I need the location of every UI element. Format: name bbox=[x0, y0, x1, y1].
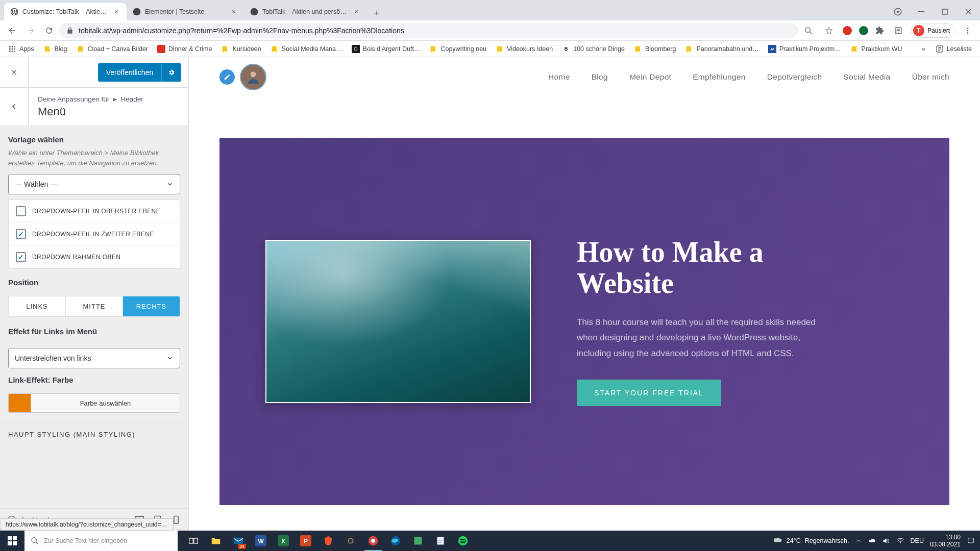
windows-taskbar: Zur Suche Text hier eingeben 24 W X P 24… bbox=[0, 531, 980, 551]
color-picker-button[interactable]: Farbe auswählen bbox=[8, 393, 180, 413]
browser-tab-active[interactable]: Customize: TobiTalk – Aktien un × bbox=[4, 3, 127, 20]
app-icon[interactable] bbox=[407, 531, 429, 551]
svg-text:D: D bbox=[354, 46, 357, 52]
brave-icon[interactable] bbox=[317, 531, 339, 551]
bookmark-item[interactable]: Cload + Canva Bilder bbox=[72, 43, 152, 55]
close-icon[interactable]: × bbox=[352, 8, 360, 16]
close-customizer-button[interactable]: × bbox=[0, 57, 29, 88]
back-button[interactable] bbox=[4, 22, 20, 39]
svg-rect-41 bbox=[189, 538, 193, 543]
bookmark-item[interactable]: Panoramabahn und… bbox=[681, 43, 763, 55]
tray-chevron-icon[interactable] bbox=[855, 538, 862, 544]
bookmark-item[interactable]: DBois d'Argent Duft… bbox=[348, 43, 425, 55]
address-bar[interactable]: tobitalk.at/wp-admin/customize.php?retur… bbox=[59, 23, 798, 38]
browser-tab[interactable]: Elementor | Testseite × bbox=[127, 3, 244, 20]
bookmark-star-icon[interactable] bbox=[821, 22, 837, 39]
file-explorer-icon[interactable] bbox=[205, 531, 227, 551]
nav-link[interactable]: Empfehlungen bbox=[693, 72, 746, 82]
template-select[interactable]: — Wählen — bbox=[8, 174, 180, 194]
reading-list-button[interactable]: Leseliste bbox=[932, 43, 976, 55]
bookmark-item[interactable]: Videokurs Ideen bbox=[492, 43, 557, 55]
nav-link[interactable]: Social Media bbox=[843, 72, 890, 82]
cta-button[interactable]: START YOUR FREE TRIAL bbox=[577, 380, 721, 406]
checkbox-second-arrow[interactable] bbox=[16, 229, 26, 239]
checkbox-label: DROPDOWN-PFEIL IN OBERSTER EBENE bbox=[32, 208, 160, 215]
tab-title: Customize: TobiTalk – Aktien un bbox=[22, 8, 108, 15]
profile-chip[interactable]: T Pausiert bbox=[911, 23, 955, 38]
notifications-icon[interactable] bbox=[967, 537, 975, 545]
bookmark-item[interactable]: Bloomberg bbox=[630, 43, 680, 55]
language-indicator[interactable]: DEU bbox=[911, 537, 924, 544]
checkbox-top-arrow[interactable] bbox=[16, 206, 26, 216]
svg-rect-36 bbox=[8, 536, 12, 540]
readlist-icon[interactable] bbox=[890, 22, 906, 39]
bookmark-item[interactable]: Kursideen bbox=[217, 43, 265, 55]
svg-rect-5 bbox=[918, 11, 924, 12]
close-window-button[interactable] bbox=[957, 3, 980, 20]
reload-button[interactable] bbox=[41, 22, 57, 39]
nav-link[interactable]: Über mich bbox=[912, 72, 949, 82]
new-tab-button[interactable]: + bbox=[370, 6, 384, 20]
nav-link[interactable]: Depotvergleich bbox=[767, 72, 822, 82]
checkbox-frame-top[interactable] bbox=[16, 252, 26, 262]
nav-link[interactable]: Blog bbox=[592, 72, 608, 82]
status-bar-tooltip: https://www.tobitalk.at/blog/?customize_… bbox=[0, 518, 174, 531]
site-logo-avatar[interactable] bbox=[240, 64, 266, 90]
wifi-icon[interactable] bbox=[896, 537, 904, 545]
position-center-button[interactable]: MITTE bbox=[66, 296, 123, 316]
bookmark-item[interactable]: JAPraktikum Projektm… bbox=[764, 43, 845, 55]
bookmark-item[interactable]: Copywriting neu bbox=[425, 43, 491, 55]
extension-icon[interactable] bbox=[857, 24, 870, 37]
gear-icon[interactable] bbox=[161, 64, 181, 81]
svg-point-1 bbox=[133, 8, 141, 16]
dropdown-options-list: DROPDOWN-PFEIL IN OBERSTER EBENE DROPDOW… bbox=[8, 199, 180, 269]
position-left-button[interactable]: LINKS bbox=[9, 296, 66, 316]
svg-text:JA: JA bbox=[770, 47, 775, 52]
back-section-button[interactable] bbox=[0, 88, 29, 126]
bookmark-item[interactable]: Praktikum WU bbox=[846, 43, 906, 55]
obs-icon[interactable] bbox=[340, 531, 361, 551]
weather-widget[interactable]: 24°C Regenwahrsch. bbox=[772, 536, 849, 546]
nav-link[interactable]: Home bbox=[548, 72, 570, 82]
position-right-button[interactable]: RECHTS bbox=[123, 296, 180, 316]
zoom-icon[interactable] bbox=[800, 22, 817, 39]
link-color-heading: Link-Effekt: Farbe bbox=[8, 375, 180, 384]
start-button[interactable] bbox=[0, 531, 24, 551]
word-icon[interactable]: W bbox=[250, 531, 272, 551]
close-icon[interactable]: × bbox=[230, 8, 238, 16]
svg-rect-20 bbox=[9, 51, 11, 52]
clock[interactable]: 13:00 03.08.2021 bbox=[930, 534, 961, 548]
link-effect-select[interactable]: Unterstreichen von links bbox=[8, 348, 180, 368]
forward-button[interactable] bbox=[22, 22, 39, 39]
edit-shortcut-icon[interactable] bbox=[219, 69, 235, 85]
volume-icon[interactable] bbox=[882, 537, 890, 545]
powerpoint-icon[interactable]: P bbox=[295, 531, 316, 551]
bookmarks-overflow[interactable]: » bbox=[918, 43, 929, 55]
taskbar-search[interactable]: Zur Suche Text hier eingeben bbox=[24, 531, 178, 551]
menu-kebab-icon[interactable] bbox=[960, 22, 976, 39]
extensions-puzzle-icon[interactable] bbox=[874, 24, 886, 37]
svg-point-13 bbox=[967, 32, 969, 34]
close-icon[interactable]: × bbox=[112, 8, 120, 16]
spotify-icon[interactable] bbox=[452, 531, 474, 551]
bookmark-item[interactable]: Blog bbox=[39, 43, 71, 55]
excel-icon[interactable]: X bbox=[273, 531, 294, 551]
chrome-icon[interactable] bbox=[362, 531, 384, 551]
extension-icon[interactable] bbox=[841, 24, 853, 37]
maximize-button[interactable] bbox=[933, 3, 957, 20]
svg-rect-42 bbox=[194, 538, 198, 543]
bookmark-item[interactable]: Dinner & Crime bbox=[153, 43, 216, 55]
mail-icon[interactable]: 24 bbox=[228, 531, 249, 551]
apps-button[interactable]: Apps bbox=[4, 43, 38, 55]
incognito-icon[interactable] bbox=[886, 3, 910, 20]
notepad-icon[interactable] bbox=[430, 531, 451, 551]
bookmark-item[interactable]: Social Media Mana… bbox=[266, 43, 347, 55]
task-view-button[interactable] bbox=[183, 531, 204, 551]
bookmark-item[interactable]: B100 schöne Dinge bbox=[558, 43, 629, 55]
browser-tab[interactable]: TobiTalk – Aktien und persönlich × bbox=[244, 3, 366, 20]
nav-link[interactable]: Mein Depot bbox=[629, 72, 671, 82]
edge-icon[interactable] bbox=[385, 531, 406, 551]
minimize-button[interactable] bbox=[910, 3, 933, 20]
onedrive-icon[interactable] bbox=[868, 537, 876, 545]
publish-button[interactable]: Veröffentlichen bbox=[98, 63, 181, 82]
